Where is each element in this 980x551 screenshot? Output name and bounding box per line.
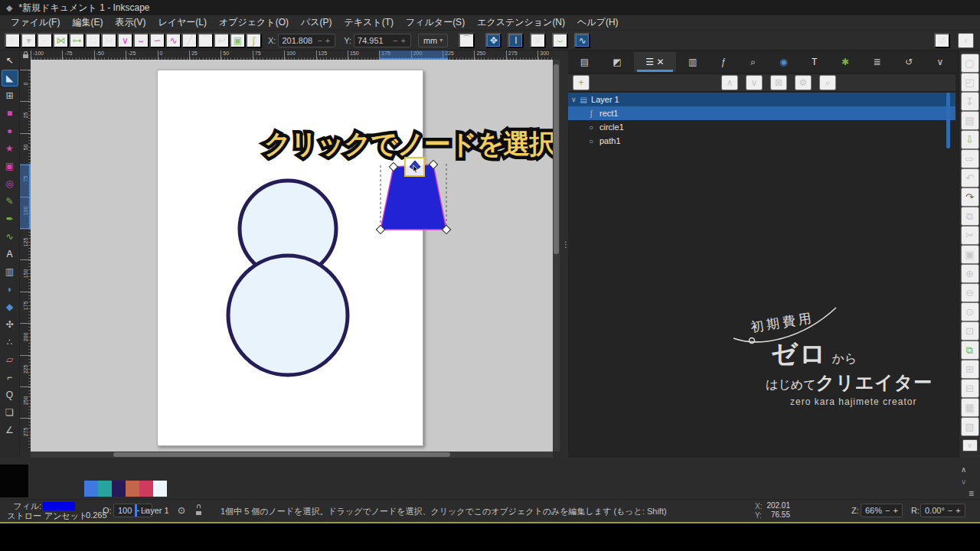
search-icon[interactable]: ⌕ bbox=[819, 75, 836, 90]
tab-export[interactable]: ◩ bbox=[601, 52, 634, 72]
menu-item[interactable]: テキスト(T) bbox=[338, 15, 400, 31]
horizontal-ruler[interactable]: -100-75-50-25025507510012515017520022525… bbox=[31, 51, 553, 60]
insert-node-icon[interactable]: + bbox=[5, 33, 21, 48]
pencil-tool[interactable]: ✎ bbox=[2, 193, 18, 210]
break-nodes-icon[interactable]: ⊶ bbox=[69, 33, 85, 48]
reverse-path-icon[interactable]: ↩ bbox=[214, 33, 230, 48]
delete-item-icon[interactable]: ⊠ bbox=[770, 75, 787, 90]
objects-tree-scrollbar[interactable] bbox=[946, 93, 950, 148]
scrollbar-thumb[interactable] bbox=[113, 452, 450, 457]
print-document-icon[interactable]: ▤ bbox=[961, 111, 979, 130]
pages-tool[interactable]: ❏ bbox=[2, 404, 18, 421]
x-decrement-button[interactable]: − bbox=[315, 36, 323, 45]
menu-item[interactable]: オブジェクト(O) bbox=[213, 15, 295, 31]
import-icon[interactable]: ⇩ bbox=[961, 130, 979, 149]
y-coordinate-field[interactable]: 74.951 − + bbox=[354, 34, 411, 47]
y-decrement-button[interactable]: − bbox=[391, 36, 399, 45]
rotation-increment[interactable]: + bbox=[956, 506, 960, 515]
tab-path-effects[interactable]: ƒ bbox=[709, 52, 738, 72]
tab-find[interactable]: ⌕ bbox=[738, 52, 767, 72]
join-with-segment-icon[interactable]: ∷ bbox=[85, 33, 101, 48]
bezier-tool[interactable]: ✒ bbox=[2, 210, 18, 227]
rotation-value[interactable]: 0.00° bbox=[925, 506, 945, 515]
unit-dropdown[interactable]: mm ▾ bbox=[418, 34, 448, 47]
delete-node-icon[interactable]: − bbox=[37, 33, 53, 48]
gradient-tool[interactable]: ▥ bbox=[2, 263, 18, 280]
spray-tool[interactable]: ∴ bbox=[2, 334, 18, 350]
shape-builder-tool[interactable]: ⊞ bbox=[2, 87, 18, 104]
ruler-corner[interactable] bbox=[20, 51, 31, 60]
tab-text[interactable]: T bbox=[799, 52, 829, 72]
measure-tool[interactable]: ∠ bbox=[2, 422, 18, 439]
tab-document-properties[interactable]: ▤ bbox=[568, 52, 601, 72]
new-document-icon[interactable]: ▢ bbox=[961, 54, 979, 73]
x-increment-button[interactable]: + bbox=[324, 36, 332, 45]
tree-item-rect1[interactable]: ʃ rect1 bbox=[568, 106, 956, 120]
menu-item[interactable]: エクステンション(N) bbox=[471, 15, 571, 31]
copy-icon[interactable]: ⧉ bbox=[961, 207, 979, 226]
open-document-icon[interactable]: ◰ bbox=[961, 73, 979, 92]
menu-item[interactable]: ヘルプ(H) bbox=[571, 15, 625, 31]
zoom-increment[interactable]: + bbox=[893, 506, 897, 515]
zoom-value[interactable]: 66% bbox=[865, 506, 882, 515]
tweak-tool[interactable]: ✣ bbox=[2, 316, 18, 333]
zoom-out-icon[interactable]: ⊖ bbox=[961, 283, 979, 302]
palette-swatch-crimson[interactable] bbox=[139, 481, 153, 497]
x-coordinate-value[interactable]: 201.808 bbox=[282, 36, 315, 45]
zoom-page-icon[interactable]: ⊡ bbox=[961, 321, 979, 341]
scrollbar-thumb[interactable] bbox=[554, 64, 559, 254]
palette-swatch-blue[interactable] bbox=[84, 481, 98, 497]
chevron-down-icon[interactable]: ∨ bbox=[571, 96, 577, 103]
tab-history[interactable]: ↺ bbox=[893, 52, 925, 72]
palette-swatch-coral[interactable] bbox=[126, 481, 139, 497]
lock-guides-icon[interactable] bbox=[23, 54, 28, 58]
save-document-icon[interactable]: ↧ bbox=[961, 92, 979, 111]
star-tool[interactable]: ★ bbox=[2, 140, 18, 157]
settings-icon[interactable]: ⚙ bbox=[795, 75, 812, 90]
selector-tool[interactable]: ↖ bbox=[2, 52, 18, 69]
palette-swatch-teal[interactable] bbox=[98, 481, 112, 497]
tab-more[interactable]: ∨ bbox=[925, 52, 956, 72]
ungroup-icon[interactable]: ▧ bbox=[961, 417, 979, 436]
tab-extensions[interactable]: ✱ bbox=[829, 52, 861, 72]
current-layer-selector[interactable]: Layer 1 bbox=[141, 506, 169, 515]
fill-color-indicator[interactable] bbox=[43, 502, 75, 510]
insert-node-options-icon[interactable]: ▾ bbox=[21, 33, 37, 48]
path1-shape[interactable] bbox=[228, 256, 348, 375]
show-outline-toggle[interactable]: ∿ bbox=[574, 33, 590, 48]
zoom-in-icon[interactable]: ⊕ bbox=[961, 264, 979, 283]
export-icon[interactable]: ⇨ bbox=[961, 149, 979, 168]
canvas[interactable]: クリックでノードを選択 bbox=[31, 60, 553, 452]
palette-swatch-white[interactable] bbox=[153, 481, 167, 497]
rectangle-tool[interactable]: ■ bbox=[2, 105, 18, 122]
object-to-path-icon[interactable]: ▣ bbox=[230, 33, 246, 48]
collapse-toolbar-button[interactable]: ‹ bbox=[958, 33, 974, 48]
box-3d-tool[interactable]: ▣ bbox=[2, 158, 18, 174]
rotation-field[interactable]: 0.00° − + bbox=[920, 504, 965, 517]
move-down-icon[interactable]: ∨ bbox=[746, 75, 763, 90]
zoom-decrement[interactable]: − bbox=[885, 506, 890, 515]
segment-line-icon[interactable]: ╱ bbox=[181, 33, 198, 48]
palette-scroll-down-button[interactable]: ∨ bbox=[961, 478, 966, 486]
rotation-decrement[interactable]: − bbox=[948, 506, 952, 515]
menu-item[interactable]: パス(P) bbox=[295, 15, 338, 31]
tree-item-path1[interactable]: ○ path1 bbox=[568, 134, 956, 148]
zoom-field[interactable]: 66% − + bbox=[861, 504, 903, 517]
dock-splitter[interactable]: ⋮ bbox=[560, 51, 568, 458]
snap-toggle[interactable]: ✖ bbox=[530, 33, 546, 48]
menu-item[interactable]: レイヤー(L) bbox=[152, 15, 213, 31]
tree-item-circle1[interactable]: ○ circle1 bbox=[568, 120, 956, 134]
y-coordinate-value[interactable]: 74.951 bbox=[358, 36, 391, 45]
menu-item[interactable]: フィルター(S) bbox=[400, 15, 471, 31]
canvas-vertical-scrollbar[interactable] bbox=[553, 60, 560, 452]
opacity-value[interactable]: 100 bbox=[118, 506, 132, 515]
commands-overflow-button[interactable]: ∨ bbox=[962, 439, 978, 452]
tab-swatches[interactable]: ▥ bbox=[676, 52, 709, 72]
group-icon[interactable]: ▦ bbox=[961, 398, 979, 417]
move-up-icon[interactable]: ∧ bbox=[721, 75, 738, 90]
ellipse-tool[interactable]: ● bbox=[2, 122, 18, 139]
palette-swatch-black-2[interactable] bbox=[0, 465, 28, 497]
vertical-ruler[interactable]: 0255075100125150175200225250275 bbox=[20, 60, 31, 452]
zoom-original-icon[interactable]: ⊙ bbox=[961, 302, 979, 321]
unlink-clone-icon[interactable]: ⊟ bbox=[961, 379, 979, 398]
